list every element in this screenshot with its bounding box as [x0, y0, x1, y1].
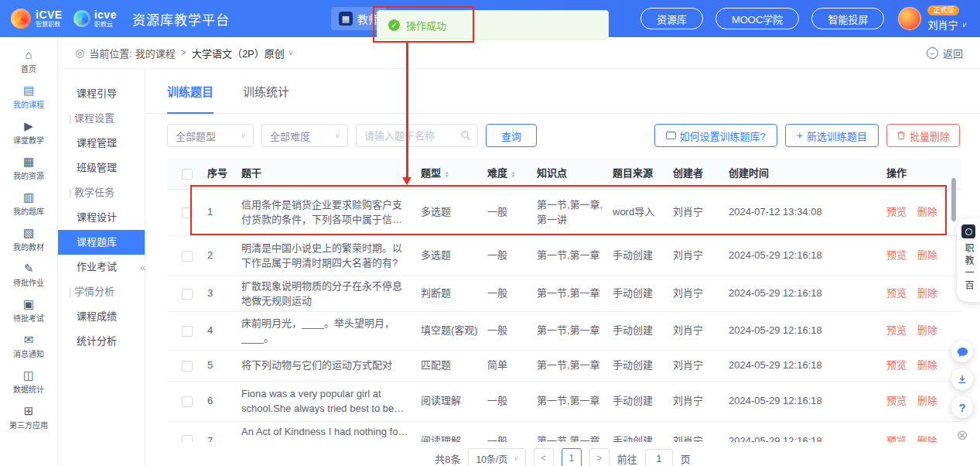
row-checkbox[interactable]: [182, 326, 193, 337]
table-row[interactable]: 6 Fiona was a very popular girl at schoo…: [167, 382, 961, 422]
close-float-button[interactable]: ⊗: [951, 424, 973, 446]
preview-link[interactable]: 预览: [886, 435, 907, 442]
breadcrumb-my-courses[interactable]: 我的课程: [135, 46, 176, 60]
delete-link[interactable]: 删除: [917, 435, 937, 442]
sort-desc-icon[interactable]: ▼: [444, 174, 449, 178]
page-size-select[interactable]: 10条/页 ∨: [468, 448, 525, 466]
sidebar-collapse-icon[interactable]: «: [140, 262, 145, 273]
sidebar-item-classroom-teaching[interactable]: ▶ 课堂教学: [0, 115, 57, 150]
submenu-class-management[interactable]: 班级管理: [58, 156, 145, 180]
submenu-course-grades[interactable]: 课程成绩: [58, 304, 145, 329]
table-row[interactable]: 3 扩散现象说明物质的分子在永不停息地做无规则运动 判断题 一般 第一节,第一章…: [167, 276, 961, 312]
next-page-button[interactable]: >: [589, 448, 610, 466]
row-checkbox[interactable]: [182, 435, 193, 442]
submenu-course-question-bank[interactable]: 课程题库: [58, 230, 145, 255]
preview-link[interactable]: 预览: [886, 359, 907, 371]
sort-icons[interactable]: ▲ ▼: [444, 170, 449, 178]
tab-training-questions[interactable]: 训练题目: [167, 69, 213, 113]
header-knowledge: 知识点: [537, 166, 613, 181]
row-knowledge: 第一节,第一章: [537, 248, 613, 263]
preview-link[interactable]: 预览: [886, 324, 907, 336]
table-row-partial[interactable]: 7 An Act of Kindness I had nothing for b…: [167, 422, 961, 442]
submenu-course-design[interactable]: 课程设计: [58, 205, 145, 230]
nav-resource-library[interactable]: 资源库: [640, 8, 703, 29]
preview-link[interactable]: 预览: [886, 287, 907, 299]
table-scrollbar[interactable]: [951, 178, 956, 221]
row-checkbox[interactable]: [182, 289, 193, 300]
chevron-down-icon: ∨: [240, 132, 245, 139]
header-creator: 创建者: [673, 166, 729, 181]
sidebar-item-my-courses[interactable]: ▤ 我的课程: [0, 79, 57, 115]
submenu-course-management[interactable]: 课程管理: [58, 131, 145, 156]
search-input[interactable]: [364, 130, 460, 142]
help-setup-button[interactable]: 如何设置训练题库?: [654, 124, 777, 147]
delete-link[interactable]: 删除: [917, 359, 937, 371]
download-icon: [957, 374, 968, 385]
sidebar-item-pending-homework[interactable]: ✎ 待批作业: [0, 257, 57, 293]
row-checkbox[interactable]: [182, 361, 193, 372]
sidebar-item-home[interactable]: ⌂ 首页: [0, 43, 57, 79]
zhijiao-100-tab[interactable]: 职教一百: [957, 218, 980, 302]
sort-icons[interactable]: ▲ ▼: [510, 170, 516, 178]
icon-sidebar: ⌂ 首页 ▤ 我的课程 ▶ 课堂教学 ▦ 我的资源 ▥ 我的题库 ▧ 我的教材 …: [0, 37, 58, 466]
difficulty-select[interactable]: 全部难度 ∨: [261, 124, 348, 147]
sidebar-item-my-resources[interactable]: ▦ 我的资源: [0, 150, 57, 186]
header-difficulty[interactable]: 难度 ▲ ▼: [487, 166, 537, 181]
submenu-homework-exams[interactable]: 作业考试: [58, 255, 145, 279]
chat-float-button[interactable]: [951, 341, 973, 362]
sidebar-item-data-statistics[interactable]: ◫ 数据统计: [0, 364, 57, 399]
header-question: 题干: [241, 166, 421, 181]
sidebar-item-my-question-bank[interactable]: ▥ 我的题库: [0, 186, 57, 221]
submenu-course-guide[interactable]: 课程引导: [58, 81, 145, 106]
submenu-statistical-analysis[interactable]: 统计分析: [58, 329, 145, 354]
submenu-section-teaching-tasks: 教学任务: [58, 180, 145, 205]
sidebar-item-my-textbooks[interactable]: ▧ 我的教材: [0, 221, 57, 257]
sidebar-item-pending-exams[interactable]: ▣ 待批考试: [0, 293, 57, 328]
delete-link[interactable]: 删除: [917, 324, 937, 336]
row-difficulty: 一般: [487, 286, 537, 301]
row-difficulty: 简单: [487, 358, 537, 373]
user-menu[interactable]: 正式版 刘肖宁 ∨: [898, 5, 966, 33]
header-actions: 操作: [865, 166, 961, 181]
back-label: 返回: [943, 46, 963, 60]
select-all-checkbox[interactable]: [182, 169, 193, 180]
delete-link[interactable]: 删除: [917, 249, 937, 261]
row-question: 明清是中国小说史上的繁荣时期。以下作品属于明清时期四大名著的有?: [241, 242, 421, 271]
goto-page-input[interactable]: [645, 449, 673, 466]
delete-link[interactable]: 删除: [917, 395, 937, 406]
tab-training-statistics[interactable]: 训练统计: [243, 69, 289, 113]
logo-primary-name: iCVE: [36, 9, 63, 20]
batch-delete-button[interactable]: 批量删除: [886, 124, 960, 147]
nav-mooc-academy[interactable]: MOOC学院: [715, 8, 799, 29]
delete-link[interactable]: 删除: [917, 287, 937, 299]
row-checkbox[interactable]: [182, 251, 193, 262]
preview-link[interactable]: 预览: [886, 395, 907, 406]
breadcrumb-current-course[interactable]: 大学语文（2P）原创: [192, 46, 285, 60]
sort-desc-icon[interactable]: ▼: [510, 174, 516, 178]
sidebar-item-notifications[interactable]: ✉ 消息通知: [0, 328, 57, 364]
nav-smart-screencast[interactable]: 智能投屏: [811, 8, 884, 29]
row-question: 扩散现象说明物质的分子在永不停息地做无规则运动: [241, 279, 421, 309]
row-source: 手动创建: [613, 286, 673, 301]
query-button[interactable]: 查询: [486, 124, 537, 147]
table-row[interactable]: 4 床前明月光，____。举头望明月，____。 填空题(客观) 一般 第一节,…: [167, 312, 961, 351]
question-type-select[interactable]: 全部题型 ∨: [167, 124, 254, 147]
row-checkbox[interactable]: [182, 396, 193, 407]
page-1-button[interactable]: 1: [562, 448, 582, 466]
avatar[interactable]: [898, 7, 921, 30]
header-type[interactable]: 题型 ▲ ▼: [421, 166, 487, 181]
table-row[interactable]: 2 明清是中国小说史上的繁荣时期。以下作品属于明清时期四大名著的有? 多选题 一…: [167, 236, 961, 276]
search-icon[interactable]: [460, 130, 471, 141]
filter-bar: 全部题型 ∨ 全部难度 ∨ 查询 如何设置训练题库? +: [167, 123, 960, 148]
back-button[interactable]: ← 返回: [927, 46, 963, 60]
prev-page-button[interactable]: <: [534, 448, 554, 466]
row-time: 2024-05-29 12:16:18: [729, 422, 865, 442]
row-type: 阅读理解: [421, 394, 487, 409]
add-training-questions-button[interactable]: + 新选训练题目: [785, 124, 879, 147]
table-row[interactable]: 5 将下列动物与它们的运动方式配对 匹配题 简单 第一节,第一章 手动创建 刘肖…: [167, 351, 961, 382]
download-float-button[interactable]: [951, 368, 973, 390]
course-dropdown-icon[interactable]: ∨: [289, 49, 294, 57]
help-float-button[interactable]: ?: [951, 396, 973, 418]
preview-link[interactable]: 预览: [886, 249, 907, 261]
sidebar-item-third-party-apps[interactable]: ⊞ 第三方应用: [0, 399, 57, 435]
